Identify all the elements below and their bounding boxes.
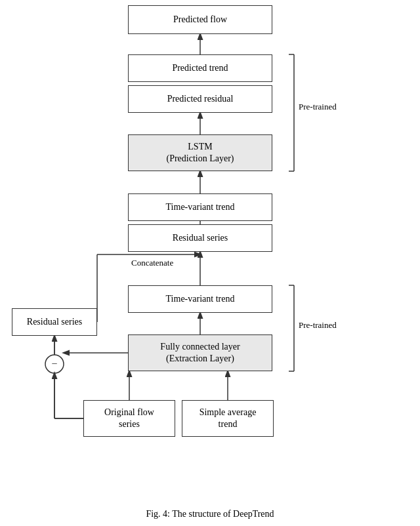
concatenate-label: Concatenate	[131, 258, 173, 268]
pretrained-top-label: Pre-trained	[299, 102, 337, 112]
predicted-residual-label: Predicted residual	[167, 93, 234, 105]
fully-connected-label: Fully connected layer(Extraction Layer)	[160, 341, 240, 365]
svg-point-12	[45, 355, 64, 373]
lstm-box: LSTM(Prediction Layer)	[128, 134, 272, 171]
original-flow-box: Original flowseries	[83, 400, 175, 437]
time-variant-trend-top-box: Time-variant trend	[128, 193, 272, 221]
predicted-trend-label: Predicted trend	[172, 62, 228, 74]
residual-series-top-label: Residual series	[173, 232, 228, 244]
simple-average-box: Simple averagetrend	[182, 400, 274, 437]
residual-series-left-box: Residual series	[12, 308, 97, 336]
simple-average-label: Simple averagetrend	[200, 407, 257, 430]
residual-series-top-box: Residual series	[128, 224, 272, 252]
diagram-container: − Predicted flow Predicted trend	[0, 0, 420, 526]
time-variant-trend-top-label: Time-variant trend	[166, 201, 235, 213]
residual-series-left-label: Residual series	[27, 316, 82, 328]
original-flow-label: Original flowseries	[104, 407, 154, 430]
lstm-label: LSTM(Prediction Layer)	[166, 141, 234, 165]
predicted-trend-box: Predicted trend	[128, 54, 272, 82]
predicted-residual-box: Predicted residual	[128, 85, 272, 113]
pretrained-bottom-label: Pre-trained	[299, 320, 337, 331]
fully-connected-box: Fully connected layer(Extraction Layer)	[128, 334, 272, 371]
time-variant-trend-mid-label: Time-variant trend	[166, 293, 235, 305]
svg-text:−: −	[51, 358, 57, 369]
time-variant-trend-mid-box: Time-variant trend	[128, 285, 272, 313]
predicted-flow-label: Predicted flow	[173, 14, 227, 26]
figure-caption: Fig. 4: The structure of DeepTrend	[0, 509, 420, 519]
predicted-flow-box: Predicted flow	[128, 5, 272, 34]
